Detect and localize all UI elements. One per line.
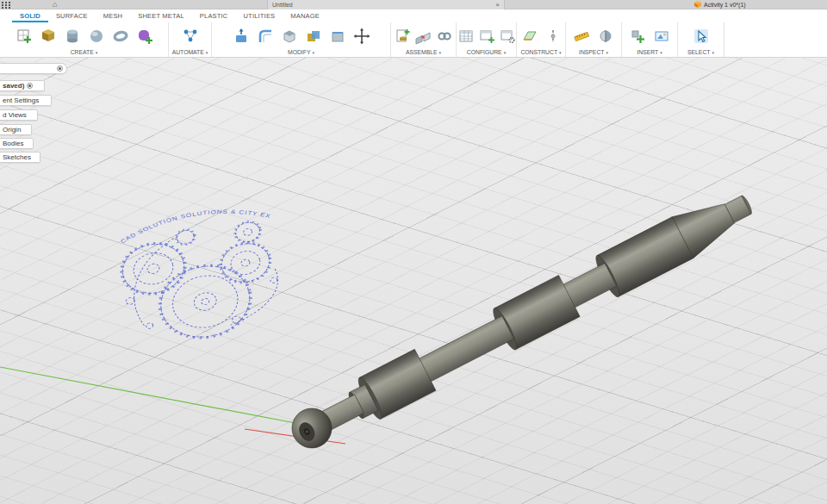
document-tab[interactable]: Untitled × xyxy=(267,0,505,9)
tab-manage[interactable]: MANAGE xyxy=(283,10,327,22)
inspect-menu[interactable]: INSPECT ▾ xyxy=(569,49,619,56)
tab-utilities[interactable]: UTILITIES xyxy=(236,10,283,22)
group-modify: MODIFY ▾ xyxy=(212,22,391,57)
ribbon-toolbar: SOLID SURFACE MESH SHEET METAL PLASTIC U… xyxy=(0,9,827,58)
chevron-down-icon: ▾ xyxy=(439,50,442,55)
chevron-down-icon: ▾ xyxy=(712,50,714,55)
new-component-icon[interactable] xyxy=(394,26,411,47)
construction-plane-icon[interactable] xyxy=(519,26,539,47)
modify-menu[interactable]: MODIFY ▾ xyxy=(215,49,388,56)
joint-icon[interactable] xyxy=(414,26,432,47)
create-sketch-icon[interactable] xyxy=(14,26,34,47)
group-assemble: ASSEMBLE ▾ xyxy=(391,22,457,57)
box-icon[interactable] xyxy=(38,26,59,47)
create-menu[interactable]: CREATE ▾ xyxy=(3,49,165,56)
browser-item-named-views[interactable]: d Views xyxy=(0,109,38,121)
document-tab-title: Untitled xyxy=(272,2,293,8)
viewport-canvas: CAD SOLUTION SOLUTIONS & CITY EXPERT xyxy=(0,58,827,504)
group-construct: CONSTRUCT ▾ xyxy=(517,22,566,57)
shell-icon[interactable] xyxy=(279,26,300,47)
apps-grid-icon[interactable] xyxy=(2,2,10,9)
chevron-down-icon: ▾ xyxy=(660,50,662,55)
select-cursor-icon[interactable] xyxy=(691,26,712,47)
automate-nodes-icon[interactable] xyxy=(180,26,201,47)
configure-menu[interactable]: CONFIGURE ▾ xyxy=(459,49,513,56)
chevron-down-icon: ▾ xyxy=(606,50,608,55)
config-settings-icon[interactable] xyxy=(499,26,516,47)
select-menu[interactable]: SELECT ▾ xyxy=(681,49,721,56)
decal-icon[interactable] xyxy=(651,26,672,47)
cylinder-icon[interactable] xyxy=(62,26,83,47)
insert-menu[interactable]: INSERT ▾ xyxy=(625,49,675,56)
shaft-model[interactable] xyxy=(283,183,759,457)
chevron-down-icon: ▾ xyxy=(312,50,314,55)
tab-surface[interactable]: SURFACE xyxy=(48,10,96,22)
home-icon[interactable]: ⌂ xyxy=(53,0,57,9)
measure-icon[interactable] xyxy=(571,26,592,47)
titlebar: ⌂ Untitled × Activity 1 v0*(1) xyxy=(0,0,827,9)
configuration-table-icon[interactable] xyxy=(457,26,475,47)
chevron-down-icon: ▾ xyxy=(96,50,98,55)
chevron-down-icon: ▾ xyxy=(206,50,208,55)
chevron-down-icon: ▾ xyxy=(559,50,562,55)
chevron-down-icon: ▾ xyxy=(504,50,507,55)
move-icon[interactable] xyxy=(351,26,372,47)
automate-menu[interactable]: AUTOMATE ▾ xyxy=(171,49,208,56)
group-insert: INSERT ▾ xyxy=(622,22,678,57)
browser-item-document[interactable]: saved) xyxy=(0,80,45,91)
browser-item-bodies[interactable]: Bodies xyxy=(0,138,34,149)
group-inspect: INSPECT ▾ xyxy=(566,22,622,57)
combine-icon[interactable] xyxy=(303,26,324,47)
viewport-3d[interactable]: CAD SOLUTION SOLUTIONS & CITY EXPERT xyxy=(0,58,827,504)
visibility-radio-icon[interactable] xyxy=(27,83,33,89)
section-analysis-icon[interactable] xyxy=(595,26,616,47)
fillet-icon[interactable] xyxy=(255,26,276,47)
tab-mesh[interactable]: MESH xyxy=(96,10,130,22)
assemble-menu[interactable]: ASSEMBLE ▾ xyxy=(394,49,453,56)
browser-item-origin[interactable]: Origin xyxy=(0,124,32,135)
form-icon[interactable] xyxy=(134,26,155,47)
browser-filter-pill[interactable] xyxy=(0,63,67,74)
sphere-icon[interactable] xyxy=(86,26,107,47)
rigid-group-icon[interactable] xyxy=(436,26,453,47)
torus-icon[interactable] xyxy=(110,26,131,47)
group-automate: AUTOMATE ▾ xyxy=(169,22,212,57)
offset-face-icon[interactable] xyxy=(327,26,348,47)
group-create: CREATE ▾ xyxy=(0,22,169,57)
browser-item-document-settings[interactable]: ent Settings xyxy=(0,95,52,106)
gear-sketch[interactable]: CAD SOLUTION SOLUTIONS & CITY EXPERT xyxy=(110,196,294,352)
press-pull-icon[interactable] xyxy=(231,26,252,47)
tab-solid[interactable]: SOLID xyxy=(12,10,48,22)
group-configure: CONFIGURE ▾ xyxy=(457,22,517,57)
browser-item-sketches[interactable]: Sketches xyxy=(0,152,40,163)
construction-axis-icon[interactable] xyxy=(543,26,563,47)
tab-plastic[interactable]: PLASTIC xyxy=(192,10,236,22)
activity-indicator[interactable]: Activity 1 v0*(1) xyxy=(694,0,746,9)
tab-close-icon[interactable]: × xyxy=(495,2,500,9)
config-insert-icon[interactable] xyxy=(478,26,495,47)
activity-cube-icon xyxy=(694,1,701,9)
visibility-radio-icon[interactable] xyxy=(57,65,63,72)
ribbon-groups: CREATE ▾ AUTOMATE ▾ xyxy=(0,22,827,57)
insert-derive-icon[interactable] xyxy=(627,26,648,47)
tab-sheet-metal[interactable]: SHEET METAL xyxy=(130,10,192,22)
ribbon-tabs: SOLID SURFACE MESH SHEET METAL PLASTIC U… xyxy=(0,9,827,22)
group-select: SELECT ▾ xyxy=(678,22,724,57)
axis-green xyxy=(0,367,300,424)
activity-label: Activity 1 v0*(1) xyxy=(704,2,746,8)
construct-menu[interactable]: CONSTRUCT ▾ xyxy=(519,49,563,56)
